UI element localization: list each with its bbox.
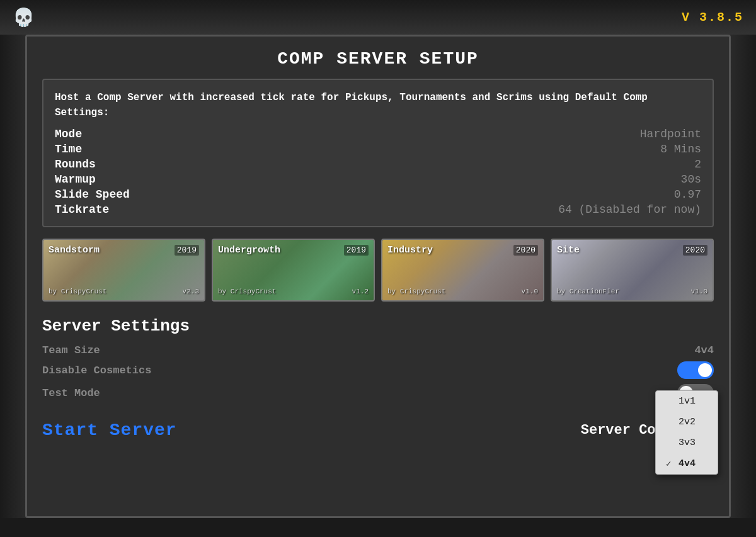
setting-value: 2 xyxy=(694,158,701,171)
settings-row: Warmup 30s xyxy=(55,173,701,186)
setting-label: Rounds xyxy=(55,158,96,171)
skull-icon: 💀 xyxy=(13,7,35,28)
settings-row: Slide Speed 0.97 xyxy=(55,188,701,201)
setting-label: Warmup xyxy=(55,173,96,186)
server-setting-row: Disable Cosmetics xyxy=(42,361,714,379)
settings-row: Rounds 2 xyxy=(55,158,701,171)
map-card[interactable]: Industry 2020 by CrispyCrust v1.0 xyxy=(381,239,544,302)
version-badge: V 3.8.5 xyxy=(682,10,743,25)
map-author: by CrispyCrust xyxy=(218,288,276,295)
server-setting-row: Team Size 4v4 xyxy=(42,344,714,356)
maps-row: Sandstorm 2019 by CrispyCrust v2.3 Under… xyxy=(42,239,714,302)
setting-value: 8 Mins xyxy=(660,143,701,155)
side-left-deco xyxy=(0,35,25,518)
map-version: v1.0 xyxy=(522,288,538,295)
header-bar: 💀 V 3.8.5 xyxy=(0,0,756,35)
server-row-label: Team Size xyxy=(42,344,100,356)
info-description: Host a Comp Server with increased tick r… xyxy=(55,90,701,120)
toggle-knob xyxy=(698,363,712,377)
setting-value: 30s xyxy=(681,173,701,186)
map-year: 2020 xyxy=(683,245,707,256)
map-card[interactable]: Undergrowth 2019 by CrispyCrust v1.2 xyxy=(212,239,375,302)
setting-label: Tickrate xyxy=(55,203,109,216)
map-version: v2.3 xyxy=(183,288,199,295)
dropdown-option-3v3[interactable]: 3v3 xyxy=(656,432,718,453)
setting-value: 0.97 xyxy=(674,188,701,201)
settings-grid: Mode HardpointTime 8 MinsRounds 2Warmup … xyxy=(55,128,701,216)
map-year: 2019 xyxy=(344,245,369,256)
map-version: v1.0 xyxy=(691,288,707,295)
setting-label: Time xyxy=(55,143,82,155)
dropdown-option-label: 1v1 xyxy=(679,396,696,407)
map-author: by CrispyCrust xyxy=(387,288,445,295)
bottom-bar: Start Server Server Cost None xyxy=(42,421,714,440)
checkmark-icon: ✓ xyxy=(666,458,675,469)
map-year: 2019 xyxy=(175,245,199,256)
settings-row: Mode Hardpoint xyxy=(55,128,701,140)
main-panel: Comp Server Setup Host a Comp Server wit… xyxy=(25,35,731,518)
server-setting-row: Test Mode xyxy=(42,384,714,402)
setting-value: 64 (Disabled for now) xyxy=(558,203,701,216)
setting-label: Mode xyxy=(55,128,82,140)
dropdown-option-label: 3v3 xyxy=(679,438,696,448)
dropdown-option-label: 2v2 xyxy=(679,417,696,427)
map-name: Industry xyxy=(387,245,433,256)
server-settings-title: Server Settings xyxy=(42,317,714,336)
dropdown-option-1v1[interactable]: 1v1 xyxy=(656,391,718,412)
map-version: v1.2 xyxy=(352,288,369,295)
bottom-bar-deco xyxy=(0,518,756,537)
server-settings-rows: Team Size 4v4Disable Cosmetics Test Mode xyxy=(42,344,714,402)
setting-value: Hardpoint xyxy=(640,128,701,140)
team-size-dropdown[interactable]: 1v1 2v2 3v3✓ 4v4 xyxy=(655,390,718,475)
server-settings-section: Server Settings Team Size 4v4Disable Cos… xyxy=(42,317,714,402)
server-row-label: Disable Cosmetics xyxy=(42,365,151,376)
info-box: Host a Comp Server with increased tick r… xyxy=(42,79,714,227)
map-year: 2020 xyxy=(513,245,538,256)
map-name: Undergrowth xyxy=(218,245,280,256)
map-author: by CreationFier xyxy=(557,288,619,295)
map-card[interactable]: Sandstorm 2019 by CrispyCrust v2.3 xyxy=(42,239,205,302)
toggle-disable-cosmetics[interactable] xyxy=(677,361,714,379)
dropdown-option-4v4[interactable]: ✓ 4v4 xyxy=(656,453,718,474)
server-row-label: Test Mode xyxy=(42,387,100,399)
side-right-deco xyxy=(731,35,756,518)
dropdown-trigger[interactable]: 4v4 xyxy=(694,344,714,356)
settings-row: Time 8 Mins xyxy=(55,143,701,155)
map-name: Sandstorm xyxy=(49,245,100,256)
setting-label: Slide Speed xyxy=(55,188,130,201)
dropdown-option-label: 4v4 xyxy=(679,458,696,469)
panel-title: Comp Server Setup xyxy=(42,49,714,69)
map-author: by CrispyCrust xyxy=(49,288,106,295)
start-server-button[interactable]: Start Server xyxy=(42,421,177,440)
map-name: Site xyxy=(557,245,580,256)
map-card[interactable]: Site 2020 by CreationFier v1.0 xyxy=(551,239,714,302)
settings-row: Tickrate 64 (Disabled for now) xyxy=(55,203,701,216)
dropdown-option-2v2[interactable]: 2v2 xyxy=(656,412,718,432)
